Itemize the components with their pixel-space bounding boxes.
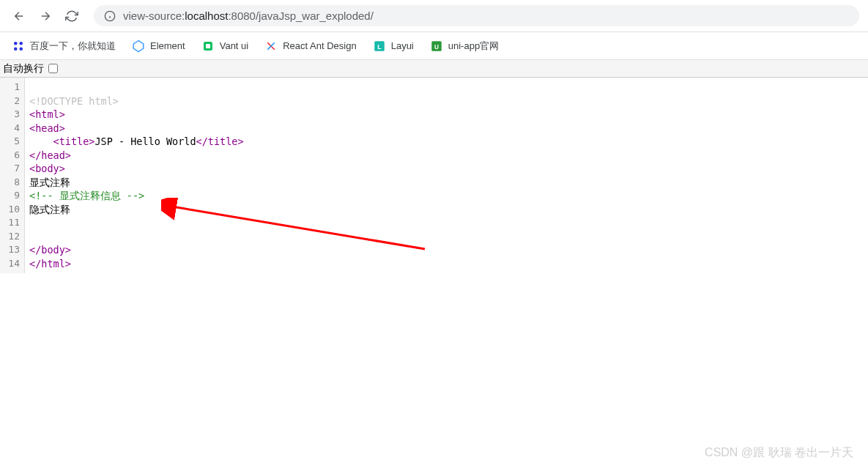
svg-rect-8: [206, 44, 210, 48]
line-number: 11: [0, 216, 24, 230]
code-line: <!-- 显式注释信息 -->: [29, 189, 864, 203]
bookmark-baidu[interactable]: 百度一下，你就知道: [12, 40, 116, 53]
autowrap-label: 自动换行: [3, 62, 44, 75]
bookmark-layui[interactable]: L Layui: [373, 40, 414, 53]
code-line: [29, 81, 864, 94]
line-number: 2: [0, 94, 24, 108]
reload-button[interactable]: [62, 6, 82, 26]
forward-button[interactable]: [35, 6, 56, 26]
bookmark-uniapp[interactable]: U uni-app官网: [430, 40, 499, 53]
code-line: </head>: [29, 149, 864, 163]
autowrap-bar: 自动换行: [0, 60, 868, 78]
bookmark-label: 百度一下，你就知道: [30, 40, 116, 53]
bookmarks-bar: 百度一下，你就知道 Element Vant ui React Ant Desi…: [0, 32, 868, 60]
source-view: 1 2 3 4 5 6 7 8 9 10 11 12 13 14 <!DOCTY…: [0, 78, 868, 273]
code-line: 显式注释: [29, 176, 864, 190]
line-number: 9: [0, 189, 24, 203]
line-number: 14: [0, 257, 24, 271]
bookmark-label: uni-app官网: [448, 40, 499, 53]
code-line: <head>: [29, 122, 864, 135]
line-number: 8: [0, 176, 24, 190]
code-content: <!DOCTYPE html> <html> <head> <title>JSP…: [25, 78, 868, 273]
line-number: 7: [0, 162, 24, 176]
svg-point-4: [20, 42, 23, 45]
bookmark-element[interactable]: Element: [132, 40, 185, 53]
bookmark-vant[interactable]: Vant ui: [201, 40, 249, 53]
vant-icon: [201, 40, 215, 53]
line-number: 3: [0, 108, 24, 122]
bookmark-label: Vant ui: [220, 40, 249, 51]
url-bar[interactable]: view-source:localhost:8080/javaJsp_war_e…: [94, 5, 859, 26]
code-line: [29, 230, 864, 244]
code-line: </html>: [29, 257, 864, 271]
info-icon: [104, 10, 116, 22]
line-numbers: 1 2 3 4 5 6 7 8 9 10 11 12 13 14: [0, 78, 25, 273]
layui-icon: L: [373, 40, 386, 53]
svg-point-3: [14, 42, 18, 45]
code-line: 隐式注释: [29, 203, 864, 217]
uniapp-icon: U: [430, 40, 443, 53]
code-line: <!DOCTYPE html>: [29, 94, 864, 108]
svg-text:U: U: [434, 43, 439, 50]
url-text: view-source:localhost:8080/javaJsp_war_e…: [123, 10, 374, 22]
line-number: 6: [0, 149, 24, 163]
code-line: [29, 216, 864, 230]
watermark: CSDN @跟 耿瑞 卷出一片天: [705, 445, 853, 461]
bookmark-label: Element: [150, 40, 185, 51]
code-line: <html>: [29, 108, 864, 122]
code-line: </body>: [29, 243, 864, 257]
autowrap-checkbox[interactable]: [48, 64, 58, 73]
browser-toolbar: view-source:localhost:8080/javaJsp_war_e…: [0, 0, 868, 32]
code-line: <title>JSP - Hello World</title>: [29, 135, 864, 149]
line-number: 1: [0, 81, 24, 94]
svg-point-6: [20, 47, 23, 51]
line-number: 10: [0, 203, 24, 217]
code-line: <body>: [29, 162, 864, 176]
baidu-icon: [12, 40, 25, 53]
bookmark-label: Layui: [391, 40, 414, 51]
svg-text:L: L: [377, 42, 382, 50]
line-number: 4: [0, 122, 24, 135]
back-button[interactable]: [9, 6, 29, 26]
line-number: 5: [0, 135, 24, 149]
antd-icon: [264, 40, 278, 53]
line-number: 13: [0, 243, 24, 257]
bookmark-antd[interactable]: React Ant Design: [264, 40, 356, 53]
element-icon: [132, 40, 145, 53]
svg-point-5: [14, 47, 18, 51]
line-number: 12: [0, 230, 24, 244]
bookmark-label: React Ant Design: [283, 40, 356, 51]
